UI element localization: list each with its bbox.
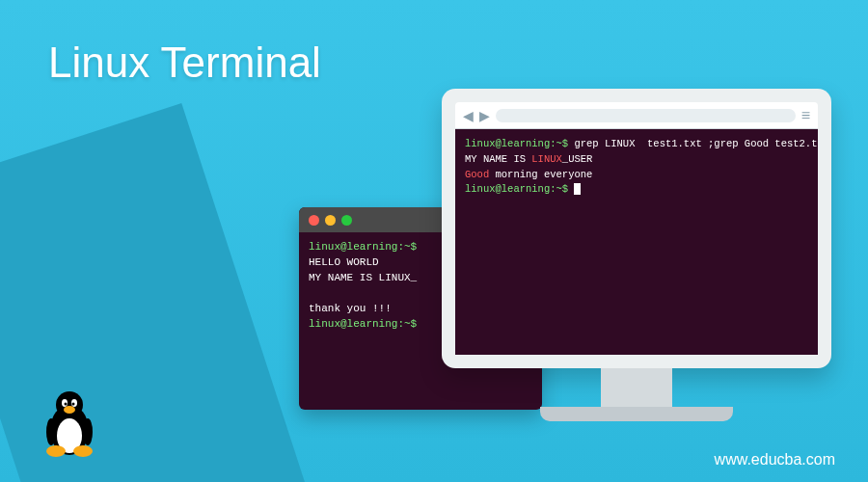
terminal-output: linux@learning:~$ grep LINUX test1.txt ;… (455, 129, 818, 355)
output-line: _USER (562, 153, 593, 165)
minimize-icon[interactable] (325, 215, 336, 226)
output-line: morning everyone (489, 169, 592, 180)
website-url: www.educba.com (715, 451, 835, 469)
prompt: linux@learning:~$ (465, 138, 568, 149)
menu-icon[interactable]: ≡ (801, 107, 810, 124)
svg-point-11 (83, 418, 93, 445)
forward-icon[interactable]: ▶ (479, 108, 490, 123)
tux-penguin-icon (39, 388, 100, 459)
svg-point-9 (73, 445, 93, 457)
browser-toolbar: ◀ ▶ ≡ (455, 102, 818, 129)
page-title: Linux Terminal (48, 39, 321, 87)
monitor: ◀ ▶ ≡ linux@learning:~$ grep LINUX test1… (442, 89, 831, 421)
command-text: grep LINUX test1.txt ;grep Good test2.tx… (568, 138, 818, 149)
svg-point-5 (65, 403, 68, 406)
close-icon[interactable] (309, 215, 319, 226)
prompt: linux@learning:~$ (309, 318, 417, 330)
output-line: thank you !!! (309, 303, 392, 314)
svg-point-8 (46, 445, 66, 457)
back-icon[interactable]: ◀ (463, 108, 474, 123)
highlight: Good (465, 169, 489, 180)
output-line: HELLO WORLD (309, 256, 379, 268)
monitor-stand (601, 368, 672, 407)
monitor-bezel: ◀ ▶ ≡ linux@learning:~$ grep LINUX test1… (442, 89, 831, 368)
prompt: linux@learning:~$ (309, 241, 417, 253)
monitor-screen: ◀ ▶ ≡ linux@learning:~$ grep LINUX test1… (455, 102, 818, 355)
prompt: linux@learning:~$ (465, 183, 574, 195)
maximize-icon[interactable] (341, 215, 352, 226)
highlight: LINUX (531, 153, 562, 165)
output-line: MY NAME IS LINUX_ (309, 272, 417, 283)
svg-point-10 (46, 418, 56, 445)
svg-point-7 (64, 406, 75, 414)
output-line: MY NAME IS (465, 153, 531, 165)
address-bar[interactable] (496, 109, 796, 122)
monitor-base (540, 407, 733, 421)
svg-point-6 (72, 403, 75, 406)
cursor-icon (574, 183, 581, 195)
svg-point-2 (56, 391, 83, 418)
